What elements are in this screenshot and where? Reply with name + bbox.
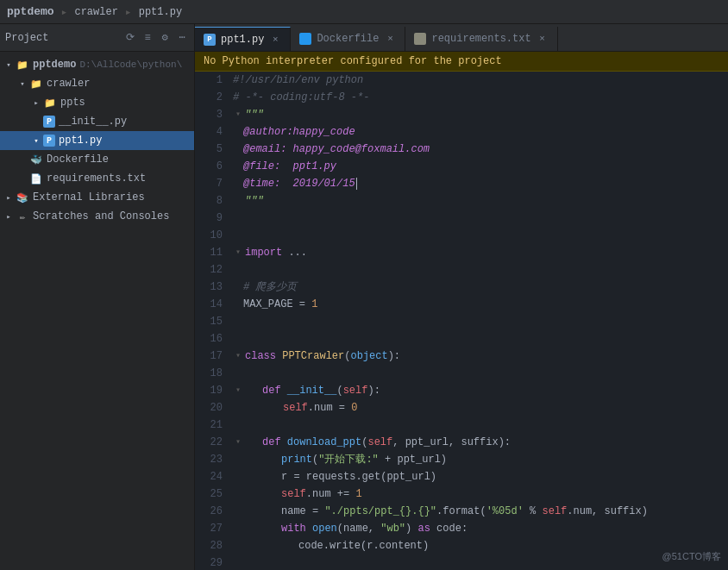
code-text: ): (388, 348, 400, 365)
code-text: r = requests.get(ppt_url) (281, 468, 436, 485)
folder-icon-pptdemo: 📁 (16, 59, 29, 71)
code-text: .num = (308, 399, 351, 417)
sidebar-item-crawler[interactable]: ▾ 📁 crawler (0, 74, 194, 93)
tab-dockerfile-label: Dockerfile (317, 33, 379, 45)
arrow-scratches: ▸ (3, 211, 14, 222)
settings-icon[interactable]: ⚙ (158, 31, 172, 45)
code-text: "开始下载:" (318, 451, 379, 468)
line-numbers: 1 2 3 4 5 6 7 8 9 10 11 12 13 14 15 16 1… (195, 72, 228, 570)
code-text: @email: happy_code@foxmail.com (243, 141, 430, 158)
txt-icon-req: 📄 (29, 172, 43, 185)
sidebar: Project ⟳ ≡ ⚙ ⋯ ▾ 📁 pptdemo D:\AllCode\p… (0, 24, 195, 570)
label-init: __init__.py (59, 116, 127, 128)
ln-13: 13 (195, 279, 228, 296)
collapse-icon[interactable]: ≡ (141, 31, 154, 45)
ln-18: 18 (195, 365, 228, 382)
tab-close-requirements[interactable]: × (537, 33, 549, 45)
fold-icon-17[interactable]: ▾ (233, 351, 243, 361)
breadcrumb-file: ppt1.py (139, 6, 182, 18)
ln-8: 8 (195, 192, 228, 210)
sync-icon[interactable]: ⟳ (123, 31, 137, 45)
ln-27: 27 (195, 520, 228, 537)
tab-ppt1[interactable]: P ppt1.py × (195, 27, 291, 51)
code-text: def (262, 382, 287, 399)
tab-python-icon: P (204, 34, 216, 46)
tab-docker-icon (299, 33, 311, 45)
sidebar-item-init[interactable]: ▸ P __init__.py (0, 112, 194, 131)
scratches-icon: ✏ (16, 210, 29, 222)
code-text: ( (344, 348, 350, 365)
arrow-ppt1: ▾ (31, 135, 41, 146)
docker-icon: 🐳 (29, 153, 43, 166)
code-line-6: @file: ppt1.py (233, 158, 728, 175)
tab-close-ppt1[interactable]: × (269, 34, 281, 46)
ln-17: 17 (195, 348, 228, 365)
code-text (233, 554, 239, 570)
code-text: class (245, 348, 282, 365)
code-text: self (281, 485, 306, 503)
code-line-24: r = requests.get(ppt_url) (233, 468, 728, 485)
code-text: @time: 2019/01/15 (243, 175, 355, 192)
code-text: MAX_PAGE (243, 296, 293, 313)
fold-icon-22[interactable]: ▾ (233, 437, 243, 448)
sidebar-item-external-libraries[interactable]: ▸ 📚 External Libraries (0, 188, 194, 207)
ln-20: 20 (195, 399, 228, 417)
sep2: ▸ (125, 5, 132, 19)
code-text (233, 365, 239, 382)
fold-icon-11[interactable]: ▾ (233, 247, 243, 258)
code-line-8: ▾ """ (233, 192, 728, 210)
code-text: ... (282, 244, 307, 261)
code-editor[interactable]: 1 2 3 4 5 6 7 8 9 10 11 12 13 14 15 16 1… (195, 72, 728, 570)
sidebar-item-dockerfile[interactable]: ▸ 🐳 Dockerfile (0, 150, 194, 169)
more-icon[interactable]: ⋯ (175, 31, 189, 45)
code-text: import (245, 244, 282, 261)
code-text: self (542, 503, 567, 520)
code-line-20: ▾ self .num = 0 (233, 399, 728, 417)
tab-requirements[interactable]: requirements.txt × (405, 27, 557, 51)
ln-11: 11 (195, 244, 228, 261)
warning-bar[interactable]: No Python interpreter configured for the… (195, 52, 728, 72)
title-bar: pptdemo ▸ crawler ▸ ppt1.py (0, 0, 728, 24)
code-text: .num += (306, 485, 356, 503)
code-text: code.write(r.content) (298, 537, 429, 554)
code-text: with (281, 520, 312, 537)
sidebar-item-ppts[interactable]: ▸ 📁 ppts (0, 93, 194, 112)
code-text: 1 (311, 296, 317, 313)
ln-9: 9 (195, 210, 228, 227)
fold-icon-19[interactable]: ▾ (233, 385, 243, 396)
tab-dockerfile[interactable]: Dockerfile × (291, 27, 405, 51)
code-line-3: ▾ """ (233, 106, 728, 123)
code-text (233, 330, 239, 348)
label-ppt1: ppt1.py (59, 135, 102, 147)
ln-15: 15 (195, 313, 228, 330)
ln-1: 1 (195, 72, 228, 89)
fold-icon-3[interactable]: ▾ (233, 110, 243, 120)
code-line-28: code.write(r.content) (233, 537, 728, 554)
tab-ppt1-label: ppt1.py (221, 34, 264, 46)
breadcrumb-crawler[interactable]: crawler (74, 6, 117, 18)
python-icon-ppt1: P (43, 135, 55, 147)
main-layout: Project ⟳ ≡ ⚙ ⋯ ▾ 📁 pptdemo D:\AllCode\p… (0, 24, 728, 570)
sidebar-item-ppt1[interactable]: ▾ P ppt1.py (0, 131, 194, 150)
code-line-2: # -*- coding:utf-8 -*- (233, 89, 728, 106)
code-line-11: ▾ import ... (233, 244, 728, 261)
code-text (233, 210, 239, 227)
code-line-14: MAX_PAGE = 1 (233, 296, 728, 313)
ln-2: 2 (195, 89, 228, 106)
code-text: ): (367, 382, 380, 399)
tab-bar: P ppt1.py × Dockerfile × requirements.tx… (195, 24, 728, 52)
code-text: # -*- coding:utf-8 -*- (233, 89, 369, 106)
tab-close-dockerfile[interactable]: × (384, 33, 396, 45)
sidebar-item-requirements[interactable]: ▸ 📄 requirements.txt (0, 169, 194, 188)
code-text: code: (430, 520, 468, 537)
code-content[interactable]: #!/usr/bin/env python # -*- coding:utf-8… (228, 72, 728, 570)
python-icon-init: P (43, 116, 55, 128)
code-line-21 (233, 417, 728, 434)
code-text: '%05d' (486, 503, 524, 520)
sidebar-item-pptdemo[interactable]: ▾ 📁 pptdemo D:\AllCode\python\ (0, 55, 194, 74)
code-text (233, 313, 239, 330)
ln-21: 21 (195, 417, 228, 434)
sidebar-item-scratches[interactable]: ▸ ✏ Scratches and Consoles (0, 207, 194, 226)
code-line-12 (233, 261, 728, 279)
ln-26: 26 (195, 503, 228, 520)
